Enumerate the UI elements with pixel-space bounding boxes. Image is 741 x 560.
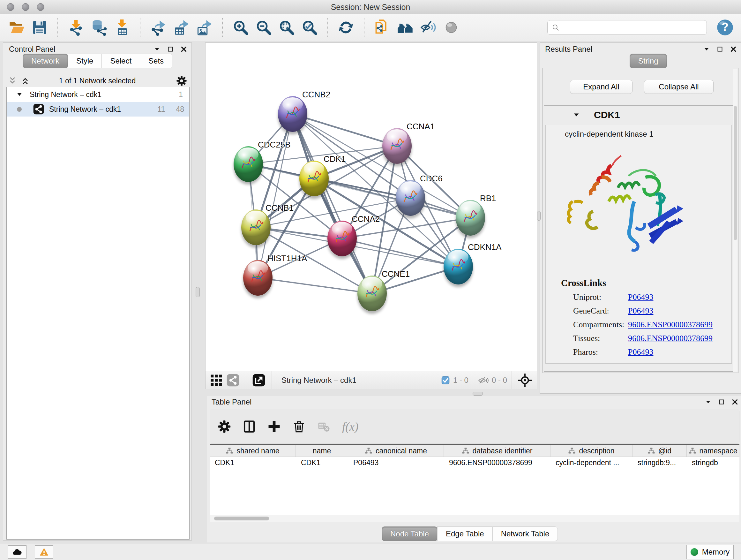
panel-collapse-icon[interactable] bbox=[703, 45, 711, 53]
zoom-out-button[interactable] bbox=[254, 18, 273, 37]
panel-close-icon[interactable] bbox=[730, 45, 737, 53]
function-builder-button[interactable]: f(x) bbox=[342, 420, 358, 434]
panel-float-icon[interactable] bbox=[716, 45, 724, 53]
cytoscape-home-button[interactable] bbox=[396, 18, 414, 37]
tab-network[interactable]: Network bbox=[23, 54, 68, 68]
zoom-fit-button[interactable] bbox=[277, 18, 296, 37]
expand-all-button[interactable]: Expand All bbox=[570, 80, 632, 94]
node-cdc25b[interactable] bbox=[233, 146, 263, 182]
tab-style[interactable]: Style bbox=[68, 54, 102, 68]
network-options-gear-icon[interactable] bbox=[176, 75, 187, 86]
node-hist1h1a[interactable] bbox=[243, 260, 273, 296]
save-session-button[interactable] bbox=[30, 18, 49, 37]
export-network-button[interactable] bbox=[149, 18, 167, 37]
results-scrollbar[interactable] bbox=[733, 69, 738, 372]
panel-collapse-icon[interactable] bbox=[704, 398, 712, 406]
node-ccnb2[interactable] bbox=[278, 96, 307, 132]
network-collection-row[interactable]: String Network – cdk1 1 bbox=[7, 87, 189, 102]
crosslink-value-link[interactable]: 9606.ENSP00000378699 bbox=[628, 334, 713, 343]
cloud-button[interactable] bbox=[8, 545, 26, 559]
open-session-button[interactable] bbox=[7, 18, 26, 37]
tab-sets[interactable]: Sets bbox=[140, 54, 172, 68]
gear-button[interactable] bbox=[218, 420, 231, 433]
tab-network-table[interactable]: Network Table bbox=[492, 526, 558, 541]
minimize-window-button[interactable] bbox=[22, 3, 29, 11]
node-ccna1[interactable] bbox=[382, 128, 412, 164]
collapse-all-button[interactable]: Collapse All bbox=[644, 80, 714, 94]
results-scrollbar-thumb[interactable] bbox=[734, 106, 737, 240]
zoom-window-button[interactable] bbox=[37, 3, 44, 11]
open-in-new-icon[interactable] bbox=[252, 374, 266, 387]
table-clear-button[interactable] bbox=[317, 420, 331, 433]
panel-close-icon[interactable] bbox=[731, 398, 739, 406]
column-header--id[interactable]: @id bbox=[632, 445, 687, 456]
export-image-button[interactable] bbox=[195, 18, 213, 37]
table-hscrollbar-thumb[interactable] bbox=[214, 516, 269, 520]
panel-close-icon[interactable] bbox=[180, 45, 188, 53]
hide-glasses-button[interactable] bbox=[419, 18, 437, 37]
refresh-view-button[interactable] bbox=[337, 18, 355, 37]
inactive-eye-button[interactable] bbox=[442, 18, 461, 37]
zoom-in-button[interactable] bbox=[231, 18, 250, 37]
selected-checkbox-icon[interactable] bbox=[441, 376, 450, 385]
left-splitter-handle[interactable] bbox=[196, 287, 200, 297]
network-thumbnail-icon[interactable] bbox=[226, 374, 240, 387]
crosslink-value-link[interactable]: P06493 bbox=[628, 306, 653, 316]
table-cell[interactable]: stringdb:9... bbox=[632, 457, 687, 469]
table-cell[interactable]: cyclin-dependent ... bbox=[550, 457, 632, 469]
node-rb1[interactable] bbox=[456, 200, 485, 236]
network-canvas[interactable]: CCNB2CCNA1CDC25BCDK1CDC6RB1CCNB1CCNA2CDK… bbox=[205, 43, 537, 371]
node-ccnb1[interactable] bbox=[241, 209, 271, 245]
column-header-name[interactable]: name bbox=[296, 445, 348, 456]
collection-expander-icon[interactable] bbox=[16, 91, 23, 98]
import-table-file-button[interactable] bbox=[113, 18, 131, 37]
crosslink-value-link[interactable]: P06493 bbox=[628, 348, 653, 357]
gene-card-header[interactable]: CDK1 bbox=[544, 106, 733, 124]
import-network-file-button[interactable] bbox=[67, 18, 85, 37]
help-button[interactable]: ? bbox=[717, 19, 734, 36]
panel-float-icon[interactable] bbox=[166, 45, 174, 53]
tab-string[interactable]: String bbox=[630, 54, 667, 68]
trash-button[interactable] bbox=[292, 420, 306, 433]
share-document-button[interactable] bbox=[373, 18, 392, 37]
node-ccna2[interactable] bbox=[327, 221, 357, 256]
column-header-canonical-name[interactable]: canonical name bbox=[348, 445, 444, 456]
memory-button[interactable]: Memory bbox=[686, 545, 734, 559]
export-table-button[interactable] bbox=[172, 18, 191, 37]
search-box[interactable] bbox=[547, 20, 707, 35]
node-ccne1[interactable] bbox=[357, 275, 387, 311]
table-cell[interactable]: CDK1 bbox=[210, 457, 296, 469]
panel-collapse-icon[interactable] bbox=[153, 45, 161, 53]
warnings-button[interactable] bbox=[35, 545, 53, 559]
table-cell[interactable]: CDK1 bbox=[296, 457, 348, 469]
close-window-button[interactable] bbox=[7, 3, 14, 11]
hidden-eye-icon[interactable] bbox=[478, 375, 488, 386]
node-cdc6[interactable] bbox=[396, 180, 425, 216]
bottom-splitter-handle[interactable] bbox=[473, 392, 483, 395]
table-hscrollbar[interactable] bbox=[210, 515, 739, 522]
tab-node-table[interactable]: Node Table bbox=[382, 526, 437, 541]
column-header-shared-name[interactable]: shared name bbox=[210, 445, 296, 456]
birdseye-view-icon[interactable] bbox=[210, 374, 223, 387]
crosslink-value-link[interactable]: 9606.ENSP00000378699 bbox=[628, 320, 713, 329]
table-cell[interactable]: P06493 bbox=[348, 457, 444, 469]
node-cdk1[interactable] bbox=[299, 161, 329, 196]
crosshair-icon[interactable] bbox=[518, 373, 532, 388]
tab-edge-table[interactable]: Edge Table bbox=[437, 526, 493, 541]
column-header-description[interactable]: description bbox=[550, 445, 632, 456]
table-cell[interactable]: 9606.ENSP00000378699 bbox=[444, 457, 550, 469]
column-header-namespace[interactable]: namespace bbox=[687, 445, 739, 456]
table-row[interactable]: CDK1CDK1P064939606.ENSP00000378699cyclin… bbox=[210, 457, 739, 469]
node-cdkn1a[interactable] bbox=[444, 249, 473, 285]
network-row-selected[interactable]: String Network – cdk1 11 48 bbox=[7, 102, 189, 117]
gene-card-expander-icon[interactable] bbox=[573, 111, 580, 118]
columns-button[interactable] bbox=[243, 420, 256, 433]
table-cell[interactable]: stringdb bbox=[687, 457, 739, 469]
panel-float-icon[interactable] bbox=[718, 398, 725, 406]
tab-select[interactable]: Select bbox=[102, 54, 140, 68]
search-input[interactable] bbox=[562, 23, 703, 32]
right-splitter-handle[interactable] bbox=[537, 211, 541, 221]
crosslink-value-link[interactable]: P06493 bbox=[628, 293, 653, 302]
column-header-database-identifier[interactable]: database identifier bbox=[444, 445, 550, 456]
import-network-database-button[interactable] bbox=[90, 18, 108, 37]
